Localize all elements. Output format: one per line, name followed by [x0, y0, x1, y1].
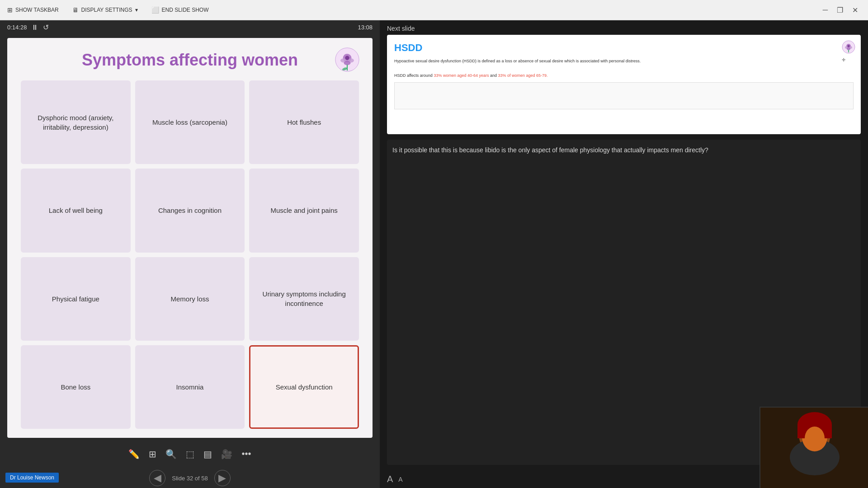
next-slide-preview: HSDD ✛ Hypoactive sexual desire dysfunct… — [387, 35, 861, 134]
slide-area: 0:14:28 ⏸ ↺ 13:08 — [0, 20, 380, 488]
next-slide-button[interactable]: ▶ — [214, 470, 231, 486]
window-controls: ─ ❐ ✕ — [820, 5, 861, 15]
preview-title: HSDD — [394, 42, 854, 54]
slide-header: 0:14:28 ⏸ ↺ 13:08 — [0, 20, 380, 34]
notes-text: Is it possible that this is because libi… — [392, 145, 855, 155]
symptom-urinary: Urinary symptoms including incontinence — [249, 257, 359, 341]
slide-logo — [335, 47, 362, 74]
search-button[interactable]: 🔍 — [165, 449, 177, 460]
symptom-sexual-dysfunction: Sexual dysfunction — [249, 345, 359, 429]
symptom-dysphoric: Dysphoric mood (anxiety, irritability, d… — [21, 80, 131, 164]
svg-point-5 — [345, 56, 349, 60]
close-button[interactable]: ✕ — [849, 5, 861, 15]
grid-view-button[interactable]: ⊞ — [149, 449, 156, 460]
end-slide-show-button[interactable]: ⬜ END SLIDE SHOW — [151, 6, 209, 14]
preview-text-2: HSDD affects around 33% women aged 40-64… — [394, 73, 854, 79]
top-toolbar: ⊞ SHOW TASKBAR 🖥 DISPLAY SETTINGS ▾ ⬜ EN… — [0, 0, 868, 20]
presenter-video: Dr Louise Newson — [760, 407, 868, 488]
preview-chart-box — [394, 82, 854, 109]
slide-frame: Symptoms affecting women Dysphoric mood … — [7, 38, 373, 438]
elapsed-time: 0:14:28 — [7, 24, 27, 31]
symptoms-grid: Dysphoric mood (anxiety, irritability, d… — [21, 80, 359, 429]
chevron-down-icon: ▾ — [135, 7, 138, 13]
symptom-muscle-loss: Muscle loss (sarcopenia) — [135, 80, 245, 164]
minimize-button[interactable]: ─ — [820, 5, 830, 15]
show-taskbar-label: SHOW TASKBAR — [15, 7, 59, 13]
font-decrease-button[interactable]: A — [398, 476, 402, 483]
symptom-memory-loss: Memory loss — [135, 257, 245, 341]
taskbar-icon: ⊞ — [7, 6, 13, 14]
refresh-button[interactable]: ↺ — [43, 23, 49, 32]
pause-button[interactable]: ⏸ — [31, 23, 38, 32]
bottom-toolbar: ✏️ ⊞ 🔍 ⬚ ▤ 🎥 ••• — [0, 441, 380, 466]
more-options-button[interactable]: ••• — [241, 449, 251, 459]
symptom-physical-fatigue: Physical fatigue — [21, 257, 131, 341]
svg-point-21 — [805, 427, 825, 450]
video-button[interactable]: 🎥 — [221, 449, 232, 460]
video-feed: Dr Louise Newson — [760, 408, 867, 487]
pen-tool-button[interactable]: ✏️ — [128, 449, 140, 460]
prev-slide-button[interactable]: ◀ — [149, 470, 165, 486]
preview-text-1: Hypoactive sexual desire dysfunction (HS… — [394, 58, 854, 65]
symptom-bone-loss: Bone loss — [21, 345, 131, 429]
presenter-name-label: Dr Louise Newson — [5, 473, 59, 483]
slide-counter: Slide 32 of 58 — [172, 475, 208, 482]
slide-time: 13:08 — [358, 24, 373, 31]
svg-point-13 — [848, 45, 850, 47]
subtitles-button[interactable]: ▤ — [203, 449, 212, 460]
next-slide-label: Next slide — [380, 20, 868, 35]
display-settings-button[interactable]: 🖥 DISPLAY SETTINGS ▾ — [72, 6, 138, 14]
show-taskbar-button[interactable]: ⊞ SHOW TASKBAR — [7, 6, 59, 14]
main-content: 0:14:28 ⏸ ↺ 13:08 — [0, 20, 868, 488]
symptom-lack-wellbeing: Lack of well being — [21, 169, 131, 252]
symptom-insomnia: Insomnia — [135, 345, 245, 429]
maximize-button[interactable]: ❐ — [834, 5, 846, 15]
svg-point-4 — [344, 61, 351, 65]
pointer-tool-button[interactable]: ⬚ — [186, 449, 194, 460]
slide-title: Symptoms affecting women — [21, 51, 359, 70]
right-panel: Next slide HSDD ✛ Hypoactive sexual desi… — [380, 20, 868, 488]
symptom-changes-cognition: Changes in cognition — [135, 169, 245, 252]
end-slide-show-label: END SLIDE SHOW — [162, 7, 209, 13]
slide-controls: 0:14:28 ⏸ ↺ — [7, 23, 49, 32]
display-icon: 🖥 — [72, 6, 79, 14]
stop-icon: ⬜ — [151, 6, 159, 14]
display-settings-label: DISPLAY SETTINGS — [81, 7, 132, 13]
preview-logo: ✛ — [842, 40, 855, 62]
symptom-hot-flushes: Hot flushes — [249, 80, 359, 164]
symptom-muscle-joint: Muscle and joint pains — [249, 169, 359, 252]
font-increase-button[interactable]: A — [387, 474, 393, 484]
